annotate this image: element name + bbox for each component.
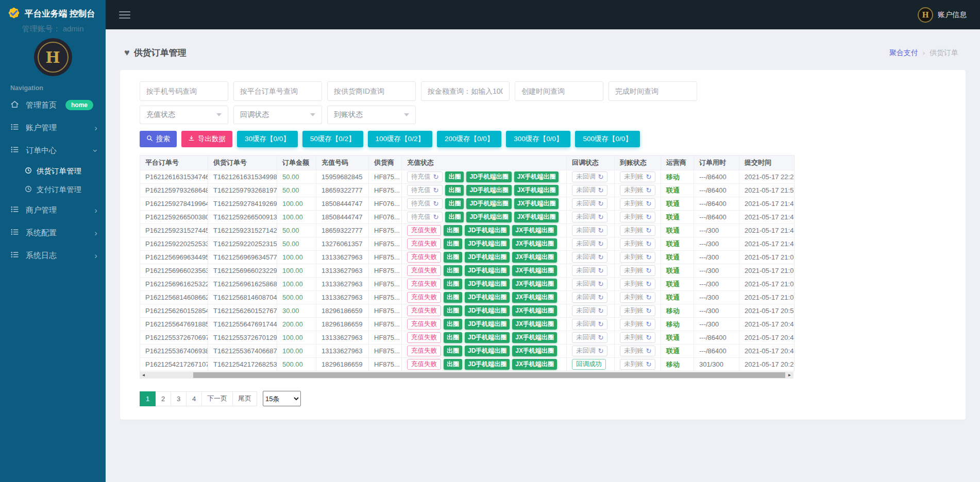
filter-select-0[interactable]: 充值状态 [140,106,228,124]
refresh-icon[interactable]: ↻ [598,321,604,328]
out-badge[interactable]: 出圈 [444,332,462,343]
out-badge[interactable]: 出圈 [444,292,462,303]
charge-status-button[interactable]: 充值失败 [407,292,441,303]
charge-status-button[interactable]: 充值失败 [407,332,441,343]
callback-status-button[interactable]: 未回调↻ [572,252,607,263]
charge-status-button[interactable]: 待充值↻ [407,212,443,222]
sidebar-item-order-center[interactable]: 订单中心 › [0,139,106,162]
arrival-status-button[interactable]: 未到账↻ [620,359,655,370]
scroll-left-arrow-icon[interactable]: ◄ [140,372,147,378]
cache-button-4[interactable]: 300缓存【0/0】 [506,131,570,147]
page-size-select[interactable]: 15条 [263,391,301,406]
hamburger-menu-icon[interactable] [119,9,130,21]
jx-mobile-out-badge[interactable]: JX手机端出圈 [514,171,559,182]
filter-select-2[interactable]: 到账状态 [327,106,416,124]
refresh-icon[interactable]: ↻ [646,348,652,354]
out-badge[interactable]: 出圈 [444,252,462,263]
jd-mobile-out-badge[interactable]: JD手机端出圈 [466,212,511,222]
search-button[interactable]: 搜索 [140,131,177,147]
refresh-icon[interactable]: ↻ [646,281,652,287]
filter-input-5[interactable] [609,81,697,101]
sidebar-item-system-logs[interactable]: 系统日志 › [0,244,106,267]
jx-mobile-out-badge[interactable]: JX手机端出圈 [512,319,557,330]
charge-status-button[interactable]: 充值失败 [407,225,441,236]
jx-mobile-out-badge[interactable]: JX手机端出圈 [512,265,557,276]
arrival-status-button[interactable]: 未到账↻ [620,319,655,330]
out-badge[interactable]: 出圈 [444,359,462,370]
refresh-icon[interactable]: ↻ [646,307,652,314]
jx-mobile-out-badge[interactable]: JX手机端出圈 [512,346,557,356]
callback-status-button[interactable]: 未回调↻ [572,279,607,289]
page-button-1[interactable]: 1 [140,391,156,406]
callback-status-button[interactable]: 未回调↻ [572,198,607,209]
jx-mobile-out-badge[interactable]: JX手机端出圈 [512,279,557,289]
refresh-icon[interactable]: ↻ [598,307,604,314]
account-info-button[interactable]: H 账户信息 [918,7,967,23]
jx-mobile-out-badge[interactable]: JX手机端出圈 [514,212,559,222]
refresh-icon[interactable]: ↻ [598,240,604,247]
filter-select-1[interactable]: 回调状态 [233,106,322,124]
callback-status-button[interactable]: 未回调↻ [572,185,607,196]
refresh-icon[interactable]: ↻ [646,240,652,247]
horizontal-scrollbar[interactable]: ◄ ► [140,372,793,378]
sidebar-item-merchants[interactable]: 商户管理 › [0,199,106,221]
callback-status-button[interactable]: 未回调↻ [572,292,607,303]
jx-mobile-out-badge[interactable]: JX手机端出圈 [514,185,559,196]
out-badge[interactable]: 出圈 [445,198,464,209]
refresh-icon[interactable]: ↻ [598,187,604,194]
last-page-button[interactable]: 尾页 [232,391,257,406]
cache-button-0[interactable]: 30缓存【0/0】 [237,131,298,147]
refresh-icon[interactable]: ↻ [646,321,652,328]
arrival-status-button[interactable]: 未到账↻ [620,292,655,303]
callback-status-button[interactable]: 回调成功 [572,359,606,370]
jd-mobile-out-badge[interactable]: JD手机端出圈 [465,265,510,276]
jx-mobile-out-badge[interactable]: JX手机端出圈 [512,359,557,370]
cache-button-1[interactable]: 50缓存【0/2】 [302,131,363,147]
jd-mobile-out-badge[interactable]: JD手机端出圈 [465,305,510,316]
next-page-button[interactable]: 下一页 [201,391,233,406]
jd-mobile-out-badge[interactable]: JD手机端出圈 [466,198,511,209]
arrival-status-button[interactable]: 未到账↻ [620,238,655,249]
cache-button-3[interactable]: 200缓存【0/0】 [437,131,501,147]
jx-mobile-out-badge[interactable]: JX手机端出圈 [512,238,557,249]
arrival-status-button[interactable]: 未到账↻ [620,346,655,356]
callback-status-button[interactable]: 未回调↻ [572,305,607,316]
out-badge[interactable]: 出圈 [444,305,462,316]
filter-input-1[interactable] [233,81,322,101]
refresh-icon[interactable]: ↻ [598,281,604,287]
refresh-icon[interactable]: ↻ [646,187,652,194]
out-badge[interactable]: 出圈 [444,265,462,276]
charge-status-button[interactable]: 充值失败 [407,279,441,289]
refresh-icon[interactable]: ↻ [646,254,652,261]
out-badge[interactable]: 出圈 [444,346,462,356]
refresh-icon[interactable]: ↻ [433,187,439,194]
jd-mobile-out-badge[interactable]: JD手机端出圈 [465,279,510,289]
charge-status-button[interactable]: 充值失败 [407,238,441,249]
refresh-icon[interactable]: ↻ [646,200,652,207]
filter-input-0[interactable] [140,81,228,101]
refresh-icon[interactable]: ↻ [598,174,604,180]
charge-status-button[interactable]: 待充值↻ [407,198,443,209]
callback-status-button[interactable]: 未回调↻ [572,171,607,182]
sidebar-item-accounts[interactable]: 账户管理 › [0,116,106,139]
jx-mobile-out-badge[interactable]: JX手机端出圈 [512,292,557,303]
out-badge[interactable]: 出圈 [445,212,464,222]
refresh-icon[interactable]: ↻ [433,200,439,207]
callback-status-button[interactable]: 未回调↻ [572,212,607,222]
refresh-icon[interactable]: ↻ [646,294,652,301]
page-button-3[interactable]: 3 [171,391,187,406]
refresh-icon[interactable]: ↻ [646,361,652,368]
arrival-status-button[interactable]: 未到账↻ [620,225,655,236]
refresh-icon[interactable]: ↻ [598,200,604,207]
sidebar-item-home[interactable]: 管理首页 home [0,94,106,116]
out-badge[interactable]: 出圈 [444,225,462,236]
jx-mobile-out-badge[interactable]: JX手机端出圈 [514,198,559,209]
jd-mobile-out-badge[interactable]: JD手机端出圈 [465,319,510,330]
arrival-status-button[interactable]: 未到账↻ [620,265,655,276]
breadcrumb-parent-link[interactable]: 聚合支付 [889,48,918,58]
jd-mobile-out-badge[interactable]: JD手机端出圈 [465,252,510,263]
page-button-2[interactable]: 2 [155,391,171,406]
charge-status-button[interactable]: 充值失败 [407,265,441,276]
cache-button-2[interactable]: 100缓存【0/2】 [368,131,432,147]
sidebar-item-supply-orders[interactable]: 供货订单管理 [0,162,106,180]
